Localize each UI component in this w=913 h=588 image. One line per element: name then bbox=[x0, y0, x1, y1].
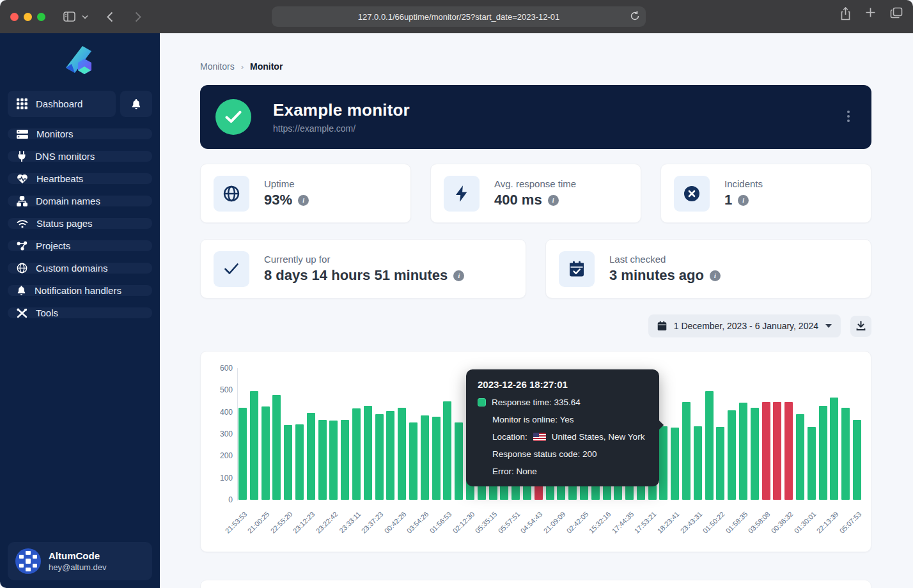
app-logo[interactable] bbox=[8, 42, 152, 91]
monitor-url[interactable]: https://example.com/ bbox=[273, 123, 410, 134]
chart-bar[interactable] bbox=[295, 424, 304, 500]
sidebar-item-label: Monitors bbox=[36, 128, 74, 139]
chart-bar[interactable] bbox=[682, 402, 691, 500]
y-tick-label: 300 bbox=[211, 429, 233, 438]
currently-up-card: Currently up for 8 days 14 hours 51 minu… bbox=[200, 239, 526, 298]
chart-bar[interactable] bbox=[409, 422, 417, 500]
close-window-button[interactable] bbox=[10, 13, 19, 21]
sidebar-item-monitors[interactable]: Monitors bbox=[8, 128, 152, 139]
chart-bar[interactable] bbox=[762, 402, 770, 500]
chart-bar[interactable] bbox=[784, 402, 793, 500]
sidebar-item-dashboard[interactable]: Dashboard bbox=[8, 91, 116, 117]
chart-bar[interactable] bbox=[853, 420, 861, 500]
new-tab-icon[interactable] bbox=[865, 7, 876, 23]
chart-bar[interactable] bbox=[432, 417, 441, 500]
chart-bar[interactable] bbox=[364, 406, 372, 500]
chart-controls: 1 December, 2023 - 6 January, 2024 bbox=[200, 314, 871, 337]
us-flag-icon bbox=[533, 433, 546, 441]
tooltip-status-code: Response status code: 200 bbox=[492, 449, 597, 459]
tooltip-location-value: United States, New York bbox=[552, 432, 645, 442]
breadcrumb-monitors-link[interactable]: Monitors bbox=[200, 61, 235, 72]
chart-bar[interactable] bbox=[398, 408, 406, 500]
chart-bar[interactable] bbox=[739, 403, 747, 500]
chart-bar[interactable] bbox=[238, 408, 247, 500]
chart-bar[interactable] bbox=[455, 422, 463, 500]
chart-bar[interactable] bbox=[659, 426, 667, 500]
info-icon[interactable]: i bbox=[710, 270, 721, 281]
chart-bar[interactable] bbox=[284, 425, 292, 500]
info-icon[interactable]: i bbox=[738, 195, 749, 206]
stat-label: Avg. response time bbox=[494, 178, 576, 189]
chart-bar[interactable] bbox=[272, 395, 281, 500]
sidebar-item-status-pages[interactable]: Status pages bbox=[8, 218, 152, 229]
date-range-label: 1 December, 2023 - 6 January, 2024 bbox=[674, 321, 818, 331]
status-row: Currently up for 8 days 14 hours 51 minu… bbox=[200, 239, 871, 298]
chart-bar[interactable] bbox=[751, 408, 759, 500]
stat-value: 8 days 14 hours 51 minutes bbox=[264, 267, 448, 284]
sidebar-item-custom-domains[interactable]: Custom domains bbox=[8, 263, 152, 274]
caret-down-icon bbox=[825, 324, 832, 328]
chart-bar[interactable] bbox=[728, 410, 736, 500]
heart-pulse-icon bbox=[17, 174, 28, 184]
stat-label: Uptime bbox=[264, 178, 309, 189]
chart-bar[interactable] bbox=[250, 391, 258, 500]
chart-bar[interactable] bbox=[341, 420, 349, 500]
share-icon[interactable] bbox=[840, 7, 851, 23]
chart-bar[interactable] bbox=[841, 408, 850, 500]
chart-bar[interactable] bbox=[307, 413, 315, 500]
sidebar-toggle-icon[interactable] bbox=[59, 7, 79, 26]
chart-bar[interactable] bbox=[421, 415, 429, 500]
chart-bar[interactable] bbox=[819, 406, 827, 500]
y-tick-label: 600 bbox=[211, 364, 233, 373]
user-account[interactable]: AltumCode hey@altum.dev bbox=[8, 542, 152, 580]
chart-bar[interactable] bbox=[352, 408, 361, 500]
calendar-check-icon bbox=[559, 251, 595, 287]
zoom-window-button[interactable] bbox=[37, 13, 45, 21]
chart-bar[interactable] bbox=[261, 406, 270, 500]
info-icon[interactable]: i bbox=[298, 195, 309, 206]
y-tick-label: 400 bbox=[211, 408, 233, 417]
chart-bar[interactable] bbox=[386, 411, 394, 500]
next-section-card bbox=[200, 580, 871, 588]
y-tick-label: 500 bbox=[211, 385, 233, 394]
sidebar-item-notification-handlers[interactable]: Notification handlers bbox=[8, 285, 152, 296]
back-button[interactable] bbox=[100, 7, 120, 26]
chart-bar[interactable] bbox=[694, 426, 702, 500]
chart-tooltip: 2023-12-26 18:27:01 Response time: 335.6… bbox=[466, 369, 659, 486]
sidebar-item-label: Heartbeats bbox=[36, 173, 83, 184]
chart-bar[interactable] bbox=[773, 402, 781, 500]
address-bar[interactable]: 127.0.0.1/66uptime/monitor/25?start_date… bbox=[272, 6, 646, 27]
date-range-picker[interactable]: 1 December, 2023 - 6 January, 2024 bbox=[648, 314, 841, 337]
last-checked-card: Last checked 3 minutes ago i bbox=[545, 239, 871, 298]
user-name: AltumCode bbox=[49, 550, 107, 561]
chart-bar[interactable] bbox=[375, 414, 384, 500]
chart-bar[interactable] bbox=[318, 420, 327, 500]
reload-icon[interactable] bbox=[630, 10, 640, 24]
bell-icon bbox=[131, 98, 141, 110]
notifications-button[interactable] bbox=[120, 91, 152, 117]
minimize-window-button[interactable] bbox=[24, 13, 32, 21]
info-icon[interactable]: i bbox=[548, 195, 559, 206]
sidebar-item-dns-monitors[interactable]: DNS monitors bbox=[8, 151, 152, 162]
chart-bar[interactable] bbox=[705, 391, 714, 500]
sidebar-item-projects[interactable]: Projects bbox=[8, 240, 152, 251]
sidebar-item-domain-names[interactable]: Domain names bbox=[8, 196, 152, 206]
chart-bar[interactable] bbox=[808, 427, 816, 500]
export-button[interactable] bbox=[850, 316, 871, 337]
sidebar-item-tools[interactable]: Tools bbox=[8, 307, 152, 318]
monitor-menu-button[interactable] bbox=[846, 109, 851, 123]
series-marker-icon bbox=[478, 398, 486, 406]
info-icon[interactable]: i bbox=[453, 270, 464, 281]
window-controls[interactable] bbox=[10, 13, 45, 21]
sidebar-item-heartbeats[interactable]: Heartbeats bbox=[8, 173, 152, 184]
chart-bar[interactable] bbox=[830, 398, 838, 500]
chart-bar[interactable] bbox=[443, 401, 451, 500]
chart-bar[interactable] bbox=[716, 427, 724, 500]
chart-bar[interactable] bbox=[329, 421, 338, 500]
tab-overview-icon[interactable] bbox=[890, 7, 903, 23]
forward-button[interactable] bbox=[129, 7, 148, 26]
chevron-down-icon[interactable] bbox=[79, 7, 91, 26]
chart-bar[interactable] bbox=[671, 428, 679, 500]
chart-bar[interactable] bbox=[796, 414, 804, 500]
tooltip-location-label: Location: bbox=[492, 432, 527, 442]
